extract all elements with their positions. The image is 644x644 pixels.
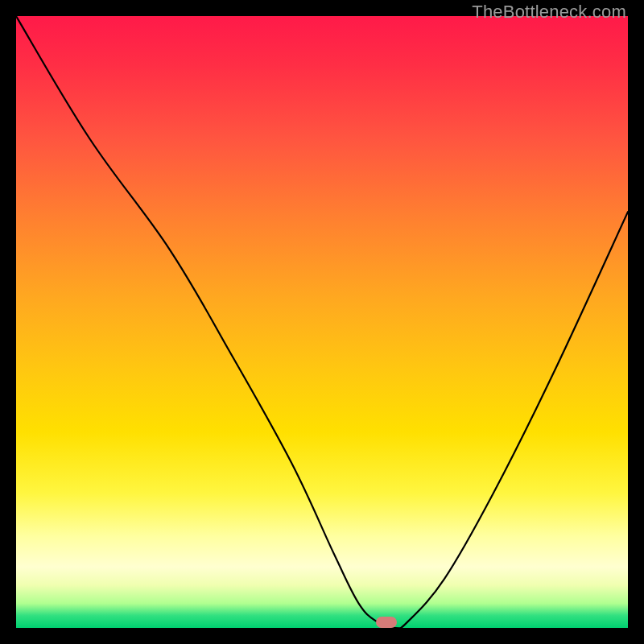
chart-plot-area (16, 16, 628, 628)
watermark-text: TheBottleneck.com (472, 2, 626, 23)
optimal-marker (376, 617, 397, 628)
